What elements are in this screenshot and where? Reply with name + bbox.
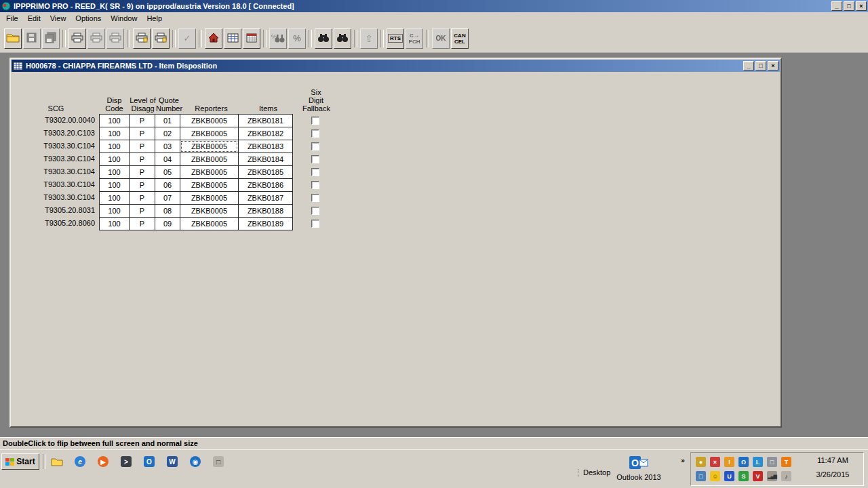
cell-level-of-disagg[interactable]: P	[129, 114, 155, 127]
child-minimize-button[interactable]: _	[743, 61, 754, 70]
cell-item[interactable]: ZBKB0181	[238, 114, 293, 127]
cell-reporter[interactable]: ZBKB0005	[180, 152, 239, 166]
cell-reporter[interactable]: ZBKB0005	[180, 140, 239, 153]
cell-quote-number[interactable]: 08	[155, 204, 180, 218]
find-button[interactable]	[315, 28, 332, 49]
display-icon[interactable]: □	[765, 455, 779, 469]
update-blocked-icon[interactable]: ×	[708, 455, 722, 469]
six-digit-fallback-checkbox[interactable]	[311, 155, 319, 163]
antivirus-shield-icon[interactable]: U	[722, 469, 736, 483]
cell-item[interactable]: ZBKB0184	[238, 152, 293, 166]
cell-disp-code[interactable]: 100	[99, 165, 130, 179]
six-digit-fallback-checkbox[interactable]	[311, 117, 319, 125]
cell-level-of-disagg[interactable]: P	[129, 217, 155, 230]
open-button[interactable]	[4, 28, 22, 49]
six-digit-fallback-checkbox[interactable]	[311, 220, 319, 228]
media-player-icon[interactable]: ▶	[95, 454, 111, 469]
six-digit-fallback-checkbox[interactable]	[311, 181, 319, 189]
cell-level-of-disagg[interactable]: P	[129, 165, 155, 179]
cell-level-of-disagg[interactable]: P	[129, 152, 155, 166]
cell-item[interactable]: ZBKB0182	[238, 127, 293, 140]
print-button[interactable]	[68, 28, 86, 49]
folder-quicklaunch-icon[interactable]	[49, 454, 65, 469]
protection-icon[interactable]: V	[751, 469, 765, 483]
menu-help[interactable]: Help	[142, 13, 167, 24]
cell-quote-number[interactable]: 04	[155, 152, 180, 166]
print-report-button[interactable]	[133, 28, 151, 49]
cell-disp-code[interactable]: 100	[99, 217, 130, 230]
child-maximize-button[interactable]: □	[755, 61, 766, 70]
messenger-icon[interactable]: ☺	[708, 469, 722, 483]
cancel-button[interactable]: CANCEL	[451, 28, 469, 49]
six-digit-fallback-checkbox[interactable]	[311, 207, 319, 215]
main-titlebar[interactable]: IPPPRIMO PRO - REED_K( SR - 9) on ipppro…	[0, 0, 868, 12]
cell-disp-code[interactable]: 100	[99, 178, 130, 192]
cell-reporter[interactable]: ZBKB0005	[180, 178, 239, 192]
word-icon[interactable]: W	[164, 454, 180, 469]
child-titlebar[interactable]: H000678 - CHIAPPA FIREARMS LTD - Item Di…	[12, 60, 780, 72]
system-window-icon[interactable]: □	[210, 454, 226, 469]
six-digit-fallback-checkbox[interactable]	[311, 142, 319, 150]
globe-icon[interactable]: ◉	[187, 454, 203, 469]
maximize-button[interactable]: □	[844, 1, 854, 11]
menu-view[interactable]: View	[45, 13, 71, 24]
sync-status-icon[interactable]: S	[736, 469, 751, 483]
console-icon[interactable]: >	[118, 454, 134, 469]
outlook-tray-icon[interactable]: O	[736, 455, 751, 469]
menu-options[interactable]: Options	[71, 13, 106, 24]
signal-bars-icon[interactable]: ▂▄▆	[765, 469, 779, 483]
desktop-toolbar-label[interactable]: Desktop	[583, 468, 610, 476]
child-close-button[interactable]: ×	[768, 61, 778, 70]
toolbar-overflow-chevron[interactable]: »	[678, 454, 688, 466]
cell-reporter[interactable]: ZBKB0005	[180, 127, 239, 140]
cell-disp-code[interactable]: 100	[99, 191, 130, 205]
find-next-button[interactable]	[334, 28, 351, 49]
menu-window[interactable]: Window	[106, 13, 142, 24]
six-digit-fallback-checkbox[interactable]	[311, 168, 319, 176]
cell-reporter[interactable]: ZBKB0005	[180, 217, 239, 230]
worksheet-button[interactable]	[224, 28, 241, 49]
cell-reporter[interactable]: ZBKB0005	[180, 165, 239, 179]
home-button[interactable]	[205, 28, 222, 49]
cell-disp-code[interactable]: 100	[99, 204, 130, 218]
close-button[interactable]: ×	[856, 1, 867, 11]
alert-icon[interactable]: !	[722, 455, 736, 469]
cell-level-of-disagg[interactable]: P	[129, 178, 155, 192]
cell-quote-number[interactable]: 06	[155, 178, 180, 192]
cell-item[interactable]: ZBKB0187	[238, 191, 293, 205]
cell-reporter[interactable]: ZBKB0005	[180, 204, 239, 218]
cell-item[interactable]: ZBKB0189	[238, 217, 293, 230]
cell-disp-code[interactable]: 100	[99, 114, 130, 127]
internet-explorer-icon[interactable]: e	[72, 454, 88, 469]
volume-icon[interactable]: ♪	[779, 469, 793, 483]
cell-item[interactable]: ZBKB0188	[238, 204, 293, 218]
cell-quote-number[interactable]: 09	[155, 217, 180, 230]
cell-item[interactable]: ZBKB0185	[238, 165, 293, 179]
desktop-toolbar-handle[interactable]	[578, 469, 578, 477]
cell-level-of-disagg[interactable]: P	[129, 140, 155, 153]
cell-disp-code[interactable]: 100	[99, 152, 130, 166]
timer-icon[interactable]: T	[779, 455, 793, 469]
cell-quote-number[interactable]: 01	[155, 114, 180, 127]
lync-tray-icon[interactable]: L	[751, 455, 765, 469]
minimize-button[interactable]: _	[831, 1, 842, 11]
cell-quote-number[interactable]: 02	[155, 127, 180, 140]
outlook-quicklaunch-icon[interactable]: O	[141, 454, 157, 469]
password-lock-icon[interactable]: ●	[694, 455, 708, 469]
cell-disp-code[interactable]: 100	[99, 140, 130, 153]
menu-edit[interactable]: Edit	[23, 13, 45, 24]
cell-disp-code[interactable]: 100	[99, 127, 130, 140]
status-bar[interactable]: DoubleClick to flip between full screen …	[0, 437, 868, 449]
six-digit-fallback-checkbox[interactable]	[311, 129, 319, 138]
cell-quote-number[interactable]: 03	[155, 140, 180, 153]
cell-level-of-disagg[interactable]: P	[129, 204, 155, 218]
cell-item[interactable]: ZBKB0183	[238, 140, 293, 153]
menu-file[interactable]: File	[1, 13, 23, 24]
cell-quote-number[interactable]: 07	[155, 191, 180, 205]
rts-button[interactable]: RTS	[387, 28, 404, 49]
cell-item[interactable]: ZBKB0186	[238, 178, 293, 192]
six-digit-fallback-checkbox[interactable]	[311, 194, 319, 202]
outlook-desktop-item[interactable]: O Outlook 2013	[610, 455, 667, 481]
cell-quote-number[interactable]: 05	[155, 165, 180, 179]
start-button[interactable]: Start	[1, 453, 39, 470]
